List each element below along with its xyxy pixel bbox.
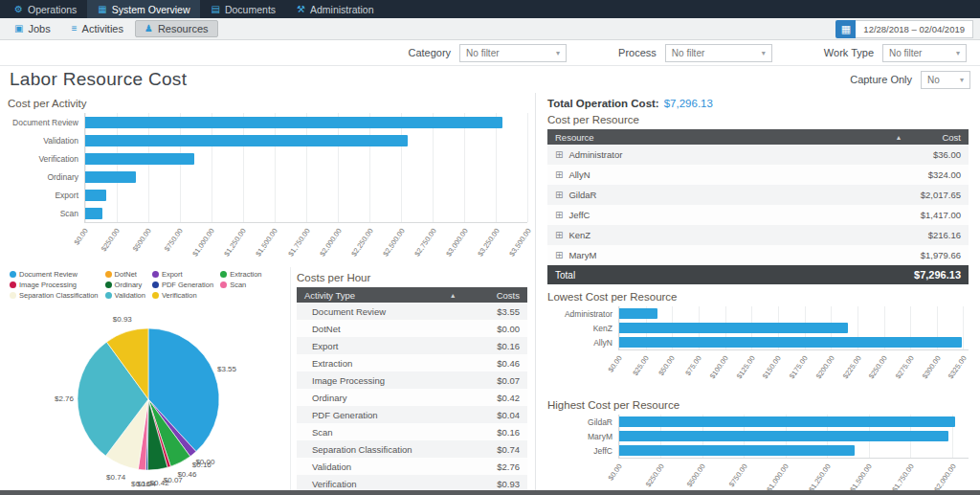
nav-administration-label: Administration xyxy=(310,4,374,15)
plot-area xyxy=(84,113,527,223)
expand-plus-icon[interactable]: ⊞ xyxy=(555,150,563,160)
nav-system-overview[interactable]: ▦ System Overview xyxy=(87,0,200,18)
top-nav-bar: ⚙ Operations ▦ System Overview ▤ Documen… xyxy=(0,0,980,18)
axis-tick-label: $25.00 xyxy=(631,354,651,377)
row-label: Image Processing xyxy=(312,375,497,386)
table-row-marym[interactable]: ⊞MaryM$1,979.66 xyxy=(547,245,969,265)
legend-item-image-processing[interactable]: Image Processing xyxy=(10,281,99,289)
expand-plus-icon[interactable]: ⊞ xyxy=(555,211,563,220)
category-label: GildaR xyxy=(547,415,618,429)
table-row-pdf-generation[interactable]: PDF Generation$0.04 xyxy=(297,406,527,423)
pie-value-label: $3.55 xyxy=(217,365,237,373)
tab-resources[interactable]: ♟ Resources xyxy=(135,20,218,37)
row-label: AllyN xyxy=(568,169,927,180)
category-filter-select[interactable]: No filter ▾ xyxy=(459,44,567,62)
legend-item-export[interactable]: Export xyxy=(152,270,213,279)
table-row-allyn[interactable]: ⊞AllyN$324.00 xyxy=(547,165,969,185)
table-row-gildar[interactable]: ⊞GildaR$2,017.65 xyxy=(547,185,969,205)
expand-plus-icon[interactable]: ⊞ xyxy=(555,251,563,260)
table-header[interactable]: Activity Type ▲ Costs xyxy=(297,287,527,303)
table-row-kenz[interactable]: ⊞KenZ$216.16 xyxy=(547,225,969,245)
legend-item-dotnet[interactable]: DotNet xyxy=(105,270,145,279)
category-label: Export xyxy=(8,186,84,204)
bar-document-review[interactable] xyxy=(85,117,502,128)
category-filter-group: Category No filter ▾ xyxy=(408,44,567,62)
table-row-jeffc[interactable]: ⊞JeffC$1,417.00 xyxy=(547,205,969,225)
category-filter-value: No filter xyxy=(466,48,499,58)
bar-kenz[interactable] xyxy=(619,323,848,333)
table-row-scan[interactable]: Scan$0.16 xyxy=(297,423,527,440)
grid-icon: ▦ xyxy=(98,5,106,14)
nav-operations[interactable]: ⚙ Operations xyxy=(4,0,87,18)
tab-jobs[interactable]: ▣ Jobs xyxy=(5,20,60,37)
date-range-display[interactable]: 12/28/2018 – 02/04/2019 xyxy=(856,20,973,38)
pie-value-label: $0.93 xyxy=(113,315,133,324)
tab-activities[interactable]: ≡ Activities xyxy=(62,20,133,37)
table-header[interactable]: Resource ▲ Cost xyxy=(547,129,969,145)
table-row-document-review[interactable]: Document Review$3.55 xyxy=(297,303,527,320)
row-value: $0.16 xyxy=(497,427,520,438)
bottom-left-panels: Document ReviewDotNetExportExtractionIma… xyxy=(8,267,527,490)
table-row-administrator[interactable]: ⊞Administrator$36.00 xyxy=(547,145,969,165)
row-value: $324.00 xyxy=(928,169,961,180)
table-row-validation[interactable]: Validation$2.76 xyxy=(297,458,527,475)
legend-item-validation[interactable]: Validation xyxy=(105,291,145,300)
nav-administration[interactable]: ⚒ Administration xyxy=(286,0,385,18)
table-total-row: Total $7,296.13 xyxy=(547,265,969,284)
calendar-button[interactable]: ▦ xyxy=(835,20,856,38)
table-row-verification[interactable]: Verification$0.93 xyxy=(297,475,527,490)
axis-tick-label: $2,000.00 xyxy=(932,462,958,490)
bar-marym[interactable] xyxy=(619,431,948,441)
column-header-costs[interactable]: Costs xyxy=(497,290,520,301)
legend-item-verification[interactable]: Verification xyxy=(152,291,213,300)
legend-item-ordinary[interactable]: Ordinary xyxy=(105,281,145,289)
axis-tick-label: $200.00 xyxy=(814,354,836,380)
bar-allyn[interactable] xyxy=(619,337,962,348)
bar-administrator[interactable] xyxy=(619,308,657,319)
column-header-activity-type[interactable]: Activity Type xyxy=(304,290,450,301)
sort-ascending-icon[interactable]: ▲ xyxy=(450,292,457,299)
row-label: Administrator xyxy=(568,149,933,160)
bar-ordinary[interactable] xyxy=(85,171,136,183)
legend-item-scan[interactable]: Scan xyxy=(220,281,261,289)
legend-item-separation-classification[interactable]: Separation Classification xyxy=(10,291,99,300)
category-axis-labels: GildaRMaryMJeffC xyxy=(547,415,618,459)
table-row-separation-classification[interactable]: Separation Classification$0.74 xyxy=(297,440,527,458)
axis-tick-label: $2,500.00 xyxy=(381,227,407,259)
sort-ascending-icon[interactable]: ▲ xyxy=(896,134,902,141)
category-label: Document Review xyxy=(8,113,84,131)
legend-item-extraction[interactable]: Extraction xyxy=(220,270,261,279)
tools-icon: ⚒ xyxy=(297,5,305,14)
table-row-extraction[interactable]: Extraction$0.46 xyxy=(297,354,527,371)
table-row-dotnet[interactable]: DotNet$0.00 xyxy=(297,320,527,337)
axis-tick-label: $2,250.00 xyxy=(349,227,375,259)
column-header-cost[interactable]: Cost xyxy=(942,132,961,143)
total-operation-cost-value[interactable]: $7,296.13 xyxy=(664,98,713,109)
process-filter-select[interactable]: No filter ▾ xyxy=(665,44,772,62)
work-type-filter-select[interactable]: No filter ▾ xyxy=(882,44,967,62)
table-row-export[interactable]: Export$0.16 xyxy=(297,337,527,354)
bar-scan[interactable] xyxy=(85,208,102,219)
nav-documents[interactable]: ▤ Documents xyxy=(200,0,286,18)
expand-plus-icon[interactable]: ⊞ xyxy=(555,170,563,180)
axis-tick-label: $300.00 xyxy=(921,354,943,380)
date-range-control: ▦ 12/28/2018 – 02/04/2019 xyxy=(835,20,973,38)
legend-item-document-review[interactable]: Document Review xyxy=(10,270,99,279)
bar-validation[interactable] xyxy=(85,135,408,146)
bar-jeffc[interactable] xyxy=(619,445,855,456)
axis-tick-label: $275.00 xyxy=(894,354,916,380)
expand-plus-icon[interactable]: ⊞ xyxy=(555,231,563,240)
bar-verification[interactable] xyxy=(85,153,194,165)
legend-item-pdf-generation[interactable]: PDF Generation xyxy=(152,281,213,289)
row-value: $0.93 xyxy=(497,479,520,489)
row-value: $3.55 xyxy=(497,306,520,317)
expand-plus-icon[interactable]: ⊞ xyxy=(555,191,563,200)
capture-only-select[interactable]: No ▾ xyxy=(921,71,970,89)
axis-tick-label: $3,250.00 xyxy=(476,227,501,259)
bar-gildar[interactable] xyxy=(619,416,955,427)
bar-export[interactable] xyxy=(85,190,106,201)
total-operation-cost: Total Operation Cost: $7,296.13 xyxy=(547,98,969,109)
table-row-ordinary[interactable]: Ordinary$0.42 xyxy=(297,389,527,406)
table-row-image-processing[interactable]: Image Processing$0.07 xyxy=(297,371,527,389)
column-header-resource[interactable]: Resource xyxy=(555,132,896,143)
